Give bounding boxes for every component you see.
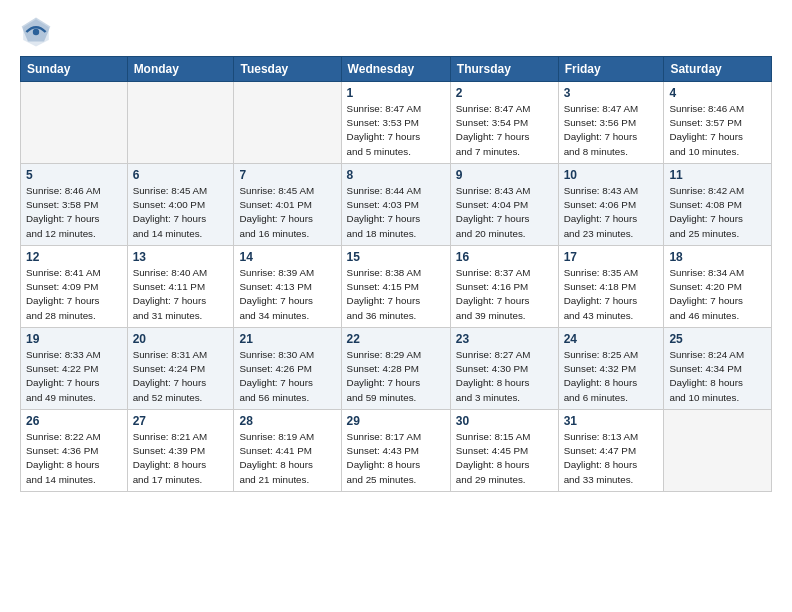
day-number: 24 xyxy=(564,332,659,346)
calendar-cell: 6Sunrise: 8:45 AMSunset: 4:00 PMDaylight… xyxy=(127,164,234,246)
day-info: Sunrise: 8:42 AMSunset: 4:08 PMDaylight:… xyxy=(669,184,766,241)
calendar-cell: 31Sunrise: 8:13 AMSunset: 4:47 PMDayligh… xyxy=(558,410,664,492)
calendar-cell: 16Sunrise: 8:37 AMSunset: 4:16 PMDayligh… xyxy=(450,246,558,328)
day-number: 13 xyxy=(133,250,229,264)
day-number: 26 xyxy=(26,414,122,428)
day-number: 22 xyxy=(347,332,445,346)
calendar-cell: 19Sunrise: 8:33 AMSunset: 4:22 PMDayligh… xyxy=(21,328,128,410)
day-info: Sunrise: 8:19 AMSunset: 4:41 PMDaylight:… xyxy=(239,430,335,487)
calendar-cell: 8Sunrise: 8:44 AMSunset: 4:03 PMDaylight… xyxy=(341,164,450,246)
day-info: Sunrise: 8:41 AMSunset: 4:09 PMDaylight:… xyxy=(26,266,122,323)
calendar-cell: 22Sunrise: 8:29 AMSunset: 4:28 PMDayligh… xyxy=(341,328,450,410)
day-number: 7 xyxy=(239,168,335,182)
day-number: 16 xyxy=(456,250,553,264)
day-number: 31 xyxy=(564,414,659,428)
day-number: 2 xyxy=(456,86,553,100)
day-info: Sunrise: 8:38 AMSunset: 4:15 PMDaylight:… xyxy=(347,266,445,323)
calendar-cell: 27Sunrise: 8:21 AMSunset: 4:39 PMDayligh… xyxy=(127,410,234,492)
weekday-header: Thursday xyxy=(450,57,558,82)
day-number: 15 xyxy=(347,250,445,264)
header xyxy=(20,16,772,48)
day-number: 23 xyxy=(456,332,553,346)
day-info: Sunrise: 8:27 AMSunset: 4:30 PMDaylight:… xyxy=(456,348,553,405)
day-number: 1 xyxy=(347,86,445,100)
calendar-cell: 24Sunrise: 8:25 AMSunset: 4:32 PMDayligh… xyxy=(558,328,664,410)
day-number: 12 xyxy=(26,250,122,264)
day-number: 20 xyxy=(133,332,229,346)
calendar-cell: 5Sunrise: 8:46 AMSunset: 3:58 PMDaylight… xyxy=(21,164,128,246)
calendar-cell: 12Sunrise: 8:41 AMSunset: 4:09 PMDayligh… xyxy=(21,246,128,328)
day-info: Sunrise: 8:24 AMSunset: 4:34 PMDaylight:… xyxy=(669,348,766,405)
logo-icon xyxy=(20,16,52,48)
day-number: 9 xyxy=(456,168,553,182)
day-info: Sunrise: 8:25 AMSunset: 4:32 PMDaylight:… xyxy=(564,348,659,405)
svg-point-2 xyxy=(33,29,39,35)
calendar-cell: 30Sunrise: 8:15 AMSunset: 4:45 PMDayligh… xyxy=(450,410,558,492)
day-info: Sunrise: 8:47 AMSunset: 3:56 PMDaylight:… xyxy=(564,102,659,159)
day-info: Sunrise: 8:17 AMSunset: 4:43 PMDaylight:… xyxy=(347,430,445,487)
calendar-week-row: 12Sunrise: 8:41 AMSunset: 4:09 PMDayligh… xyxy=(21,246,772,328)
day-number: 11 xyxy=(669,168,766,182)
calendar-cell: 25Sunrise: 8:24 AMSunset: 4:34 PMDayligh… xyxy=(664,328,772,410)
calendar-cell: 3Sunrise: 8:47 AMSunset: 3:56 PMDaylight… xyxy=(558,82,664,164)
day-info: Sunrise: 8:37 AMSunset: 4:16 PMDaylight:… xyxy=(456,266,553,323)
logo xyxy=(20,16,54,48)
calendar-cell: 21Sunrise: 8:30 AMSunset: 4:26 PMDayligh… xyxy=(234,328,341,410)
calendar-week-row: 5Sunrise: 8:46 AMSunset: 3:58 PMDaylight… xyxy=(21,164,772,246)
day-info: Sunrise: 8:46 AMSunset: 3:58 PMDaylight:… xyxy=(26,184,122,241)
calendar-cell: 10Sunrise: 8:43 AMSunset: 4:06 PMDayligh… xyxy=(558,164,664,246)
day-info: Sunrise: 8:40 AMSunset: 4:11 PMDaylight:… xyxy=(133,266,229,323)
day-info: Sunrise: 8:47 AMSunset: 3:53 PMDaylight:… xyxy=(347,102,445,159)
day-number: 6 xyxy=(133,168,229,182)
day-number: 21 xyxy=(239,332,335,346)
calendar-cell: 1Sunrise: 8:47 AMSunset: 3:53 PMDaylight… xyxy=(341,82,450,164)
calendar-cell: 17Sunrise: 8:35 AMSunset: 4:18 PMDayligh… xyxy=(558,246,664,328)
calendar-cell: 11Sunrise: 8:42 AMSunset: 4:08 PMDayligh… xyxy=(664,164,772,246)
calendar-cell: 7Sunrise: 8:45 AMSunset: 4:01 PMDaylight… xyxy=(234,164,341,246)
day-info: Sunrise: 8:15 AMSunset: 4:45 PMDaylight:… xyxy=(456,430,553,487)
weekday-header: Wednesday xyxy=(341,57,450,82)
day-number: 5 xyxy=(26,168,122,182)
weekday-header-row: SundayMondayTuesdayWednesdayThursdayFrid… xyxy=(21,57,772,82)
day-number: 8 xyxy=(347,168,445,182)
day-number: 10 xyxy=(564,168,659,182)
day-number: 14 xyxy=(239,250,335,264)
day-number: 29 xyxy=(347,414,445,428)
day-info: Sunrise: 8:43 AMSunset: 4:04 PMDaylight:… xyxy=(456,184,553,241)
day-number: 4 xyxy=(669,86,766,100)
day-number: 30 xyxy=(456,414,553,428)
day-info: Sunrise: 8:45 AMSunset: 4:01 PMDaylight:… xyxy=(239,184,335,241)
day-info: Sunrise: 8:46 AMSunset: 3:57 PMDaylight:… xyxy=(669,102,766,159)
calendar-cell: 20Sunrise: 8:31 AMSunset: 4:24 PMDayligh… xyxy=(127,328,234,410)
calendar-cell: 4Sunrise: 8:46 AMSunset: 3:57 PMDaylight… xyxy=(664,82,772,164)
calendar-cell: 2Sunrise: 8:47 AMSunset: 3:54 PMDaylight… xyxy=(450,82,558,164)
day-info: Sunrise: 8:13 AMSunset: 4:47 PMDaylight:… xyxy=(564,430,659,487)
day-info: Sunrise: 8:34 AMSunset: 4:20 PMDaylight:… xyxy=(669,266,766,323)
weekday-header: Tuesday xyxy=(234,57,341,82)
calendar-cell: 26Sunrise: 8:22 AMSunset: 4:36 PMDayligh… xyxy=(21,410,128,492)
day-number: 3 xyxy=(564,86,659,100)
calendar-cell: 23Sunrise: 8:27 AMSunset: 4:30 PMDayligh… xyxy=(450,328,558,410)
calendar-cell xyxy=(234,82,341,164)
weekday-header: Sunday xyxy=(21,57,128,82)
day-number: 25 xyxy=(669,332,766,346)
day-info: Sunrise: 8:33 AMSunset: 4:22 PMDaylight:… xyxy=(26,348,122,405)
day-info: Sunrise: 8:21 AMSunset: 4:39 PMDaylight:… xyxy=(133,430,229,487)
day-number: 18 xyxy=(669,250,766,264)
calendar-table: SundayMondayTuesdayWednesdayThursdayFrid… xyxy=(20,56,772,492)
day-info: Sunrise: 8:47 AMSunset: 3:54 PMDaylight:… xyxy=(456,102,553,159)
calendar-week-row: 19Sunrise: 8:33 AMSunset: 4:22 PMDayligh… xyxy=(21,328,772,410)
day-number: 27 xyxy=(133,414,229,428)
weekday-header: Friday xyxy=(558,57,664,82)
calendar-cell: 14Sunrise: 8:39 AMSunset: 4:13 PMDayligh… xyxy=(234,246,341,328)
calendar-week-row: 1Sunrise: 8:47 AMSunset: 3:53 PMDaylight… xyxy=(21,82,772,164)
weekday-header: Monday xyxy=(127,57,234,82)
calendar-cell: 29Sunrise: 8:17 AMSunset: 4:43 PMDayligh… xyxy=(341,410,450,492)
day-number: 19 xyxy=(26,332,122,346)
calendar-cell: 13Sunrise: 8:40 AMSunset: 4:11 PMDayligh… xyxy=(127,246,234,328)
calendar-cell: 28Sunrise: 8:19 AMSunset: 4:41 PMDayligh… xyxy=(234,410,341,492)
calendar-cell: 18Sunrise: 8:34 AMSunset: 4:20 PMDayligh… xyxy=(664,246,772,328)
day-info: Sunrise: 8:29 AMSunset: 4:28 PMDaylight:… xyxy=(347,348,445,405)
day-number: 28 xyxy=(239,414,335,428)
day-info: Sunrise: 8:43 AMSunset: 4:06 PMDaylight:… xyxy=(564,184,659,241)
